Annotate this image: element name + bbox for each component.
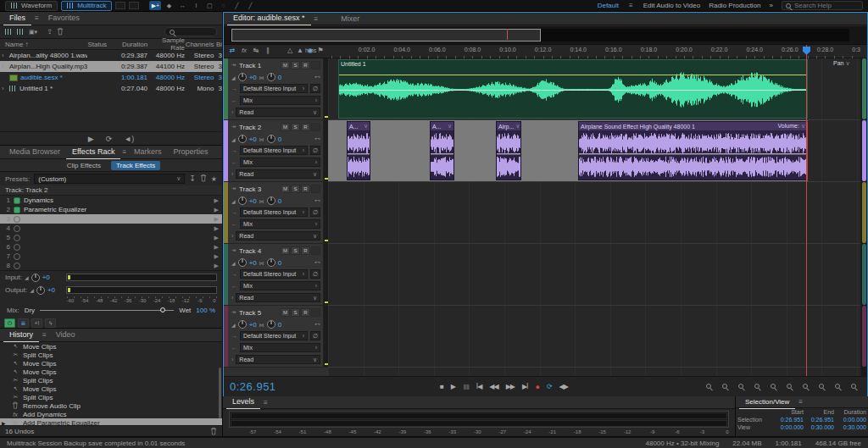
- column-name[interactable]: Name ↑: [0, 41, 87, 48]
- track-scroll-color[interactable]: [862, 182, 866, 243]
- zoom-navigator[interactable]: [224, 26, 867, 45]
- history-panel-menu-icon[interactable]: ≡: [41, 331, 48, 339]
- volume-envelope-line[interactable]: [339, 75, 807, 75]
- slot-power-icon[interactable]: [14, 253, 20, 260]
- track-name[interactable]: Track 2: [239, 124, 261, 131]
- effect-slot[interactable]: 4▶: [0, 224, 222, 233]
- track-header[interactable]: ↠Track 5MSR◢+0⋈0⊷→Default Stereo Input›∅…: [224, 306, 328, 368]
- track-color-scrollbar[interactable]: [861, 58, 867, 376]
- slot-power-icon[interactable]: [14, 235, 20, 241]
- track-mute-button[interactable]: M: [281, 123, 290, 131]
- files-panel-menu-icon[interactable]: ≡: [33, 14, 41, 22]
- effect-slot[interactable]: 7▶: [0, 252, 222, 261]
- expand-icon[interactable]: ›: [2, 85, 7, 92]
- play-icon[interactable]: ▶: [88, 135, 94, 143]
- tab-media-browser[interactable]: Media Browser: [3, 146, 66, 158]
- track-scroll-color[interactable]: [862, 120, 866, 181]
- view-duration[interactable]: 0:30.000: [834, 424, 866, 430]
- zoom-reset-button[interactable]: [770, 382, 780, 392]
- column-channels[interactable]: Channels: [185, 41, 214, 48]
- track-header[interactable]: ↠Track 2MSR◢+0⋈0⊷→Default Stereo Input›∅…: [224, 120, 328, 182]
- track-automation-select[interactable]: Read∨: [236, 231, 320, 241]
- effects-panel-menu-icon[interactable]: ≡: [120, 148, 128, 156]
- skip-selection-button[interactable]: ◀▶: [559, 383, 568, 390]
- clip-untitled-1[interactable]: Untitled 1: [338, 59, 808, 119]
- tab-video[interactable]: Video: [50, 329, 81, 341]
- track-input-select[interactable]: Default Stereo Input›: [240, 331, 308, 340]
- track-volume-knob[interactable]: [238, 73, 247, 81]
- snap-icon[interactable]: △: [285, 47, 295, 54]
- track-arm-button[interactable]: R: [301, 308, 310, 317]
- slot-arrow-icon[interactable]: ▶: [214, 235, 219, 241]
- track-mute-button[interactable]: M: [281, 61, 290, 69]
- view-start[interactable]: 0:00.000: [773, 424, 804, 430]
- effect-slot[interactable]: 6▶: [0, 242, 222, 252]
- track-mute-button[interactable]: M: [281, 185, 290, 193]
- track5-lane[interactable]: [328, 306, 860, 368]
- expand-icon[interactable]: ›: [2, 63, 4, 70]
- column-status[interactable]: Status: [87, 41, 114, 48]
- history-item[interactable]: ↖Move Clips: [0, 342, 222, 351]
- track-pan-knob[interactable]: [267, 320, 275, 329]
- track-output-select[interactable]: Mix›: [240, 158, 320, 167]
- track-pan-knob[interactable]: [267, 196, 275, 205]
- track-automation-select[interactable]: Read∨: [236, 108, 320, 117]
- track-volume-knob[interactable]: [238, 258, 247, 267]
- slot-power-icon[interactable]: [14, 244, 20, 251]
- track-pan-knob[interactable]: [267, 258, 275, 267]
- fast-forward-button[interactable]: ▶▶: [506, 383, 515, 390]
- timer-button[interactable]: [834, 382, 844, 392]
- tab-mixer[interactable]: Mixer: [335, 13, 365, 25]
- phase-invert-button[interactable]: ∅: [310, 331, 320, 340]
- mix-slider-handle[interactable]: [160, 307, 165, 312]
- files-search-input[interactable]: [164, 27, 217, 36]
- tab-history[interactable]: History: [3, 329, 39, 342]
- slip-tool-icon[interactable]: ↹: [251, 47, 261, 54]
- import-file-icon[interactable]: [17, 29, 25, 35]
- track-input-select[interactable]: Default Stereo Input›: [240, 146, 308, 155]
- file-row[interactable]: ›Airplan...High Quality.mp30:29.38744100…: [0, 61, 222, 72]
- track4-lane[interactable]: [328, 244, 860, 306]
- tab-markers[interactable]: Markers: [128, 146, 168, 158]
- column-sample-rate[interactable]: Sample Rate: [147, 36, 185, 52]
- view-end[interactable]: 0:30.000: [804, 424, 834, 430]
- playhead-line[interactable]: [806, 45, 807, 376]
- navigator-bar[interactable]: [231, 29, 849, 41]
- loop-playback-button[interactable]: ⟳: [547, 383, 552, 390]
- column-duration[interactable]: Duration: [114, 41, 147, 48]
- file-row[interactable]: ›Untitled 1 *0:27.04048000 HzMono3: [0, 83, 222, 94]
- tab-selection-view[interactable]: Selection/View: [739, 395, 795, 409]
- navigator-view-box[interactable]: [231, 29, 541, 41]
- open-file-icon[interactable]: [5, 29, 13, 35]
- track-solo-button[interactable]: S: [291, 308, 300, 317]
- track-monitor-button[interactable]: [311, 246, 320, 255]
- preset-select[interactable]: (Custom)∨: [34, 174, 185, 184]
- save-preset-icon[interactable]: ↧: [189, 174, 196, 183]
- clip-airplane-main[interactable]: Airplane Sound Effect High Quality 48000…: [578, 121, 808, 180]
- slot-power-icon[interactable]: [14, 197, 20, 204]
- slot-arrow-icon[interactable]: ▶: [214, 253, 219, 260]
- track-automation-select[interactable]: Read∨: [236, 169, 320, 179]
- slot-arrow-icon[interactable]: ▶: [214, 263, 219, 269]
- track-solo-button[interactable]: S: [291, 246, 300, 255]
- slot-arrow-icon[interactable]: ▶: [214, 216, 219, 223]
- track-monitor-button[interactable]: [311, 308, 320, 317]
- workspace-default[interactable]: Default: [598, 2, 619, 9]
- time-display[interactable]: 0:26.951: [230, 380, 276, 393]
- tab-properties[interactable]: Properties: [168, 146, 214, 158]
- phase-invert-button[interactable]: ∅: [310, 84, 320, 93]
- new-item-icon[interactable]: ▣▾: [29, 29, 37, 36]
- track-output-select[interactable]: Mix›: [240, 343, 320, 352]
- slot-power-icon[interactable]: [14, 225, 20, 232]
- history-item[interactable]: ▶fxAdd Parametric Equalizer: [0, 418, 222, 425]
- track-solo-button[interactable]: S: [291, 61, 300, 69]
- zoom-to-in-point-button[interactable]: [786, 382, 796, 392]
- subtab-clip-effects[interactable]: Clip Effects: [62, 161, 106, 170]
- track-arm-button[interactable]: R: [301, 246, 310, 255]
- effect-slot[interactable]: 2Parametric Equalizer▶: [0, 205, 222, 214]
- history-item[interactable]: ✂Split Clips: [0, 393, 222, 401]
- track-scroll-color[interactable]: [862, 244, 866, 305]
- zoom-full-button[interactable]: [850, 382, 860, 392]
- delete-preset-icon[interactable]: [200, 174, 207, 184]
- ruler-unit-label[interactable]: hms: [305, 47, 326, 53]
